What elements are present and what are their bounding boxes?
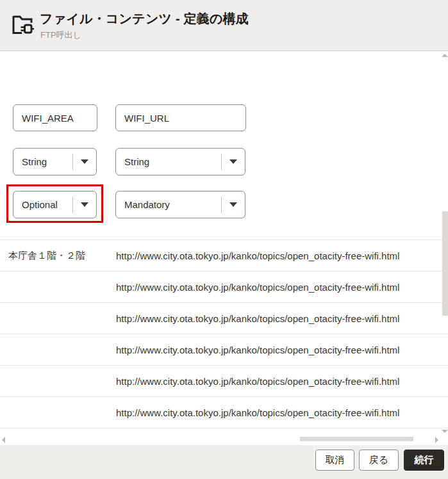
table-row: 本庁舎１階・２階 http://www.city.ota.tokyo.jp/ka… [0,240,448,272]
sample-data-table: 本庁舎１階・２階 http://www.city.ota.tokyo.jp/ka… [0,240,448,428]
element-name-input-wifi-url[interactable] [115,104,246,131]
continue-button[interactable]: 続行 [404,450,444,471]
requirement-select-mandatory-value: Mandatory [116,199,221,210]
data-type-select-2-value: String [116,156,221,167]
dialog-footer: 取消 戻る 続行 [0,445,448,479]
table-row: http://www.city.ota.tokyo.jp/kanko/topic… [0,366,448,397]
requirement-select-optional-value: Optional [13,199,72,210]
table-row: http://www.city.ota.tokyo.jp/kanko/topic… [0,397,448,428]
requirement-select-mandatory[interactable]: Mandatory [115,191,245,218]
page-title: ファイル・コンテンツ - 定義の構成 [40,10,249,28]
vertical-scrollbar-down-arrow[interactable] [442,430,448,433]
ftp-adapter-config-dialog: { "header": { "title": "ファイル・コンテンツ - 定義の… [0,0,448,479]
vertical-scrollbar-thumb[interactable] [442,211,448,316]
dialog-header: ファイル・コンテンツ - 定義の構成 FTP呼出し [0,0,448,51]
data-type-select-1-value: String [13,156,72,167]
requirement-select-optional[interactable]: Optional [13,191,97,218]
table-cell-url: http://www.city.ota.tokyo.jp/kanko/topic… [108,407,448,418]
horizontal-scrollbar-right-arrow[interactable] [435,437,438,443]
chevron-down-icon[interactable] [222,202,245,207]
data-type-select-2[interactable]: String [115,148,245,175]
table-cell-url: http://www.city.ota.tokyo.jp/kanko/topic… [108,313,448,324]
element-name-input-wifi-area[interactable] [13,104,97,131]
table-cell-url: http://www.city.ota.tokyo.jp/kanko/topic… [108,282,448,293]
horizontal-scrollbar-left-arrow[interactable] [2,437,5,443]
folder-plug-icon [10,12,35,37]
data-type-select-1[interactable]: String [13,148,97,175]
table-row: http://www.city.ota.tokyo.jp/kanko/topic… [0,303,448,334]
back-button[interactable]: 戻る [359,450,399,471]
table-row: http://www.city.ota.tokyo.jp/kanko/topic… [0,334,448,366]
horizontal-scrollbar-thumb[interactable] [300,437,413,441]
table-cell-url: http://www.city.ota.tokyo.jp/kanko/topic… [108,250,448,261]
chevron-down-icon[interactable] [73,202,96,207]
table-cell-url: http://www.city.ota.tokyo.jp/kanko/topic… [108,345,448,355]
table-cell-area: 本庁舎１階・２階 [0,250,108,262]
cancel-button[interactable]: 取消 [315,450,354,471]
vertical-scrollbar-up-arrow[interactable] [442,54,448,57]
chevron-down-icon[interactable] [73,159,96,164]
chevron-down-icon[interactable] [222,159,245,164]
table-cell-url: http://www.city.ota.tokyo.jp/kanko/topic… [108,376,448,387]
table-row: http://www.city.ota.tokyo.jp/kanko/topic… [0,272,448,303]
page-subtitle: FTP呼出し [40,29,81,41]
